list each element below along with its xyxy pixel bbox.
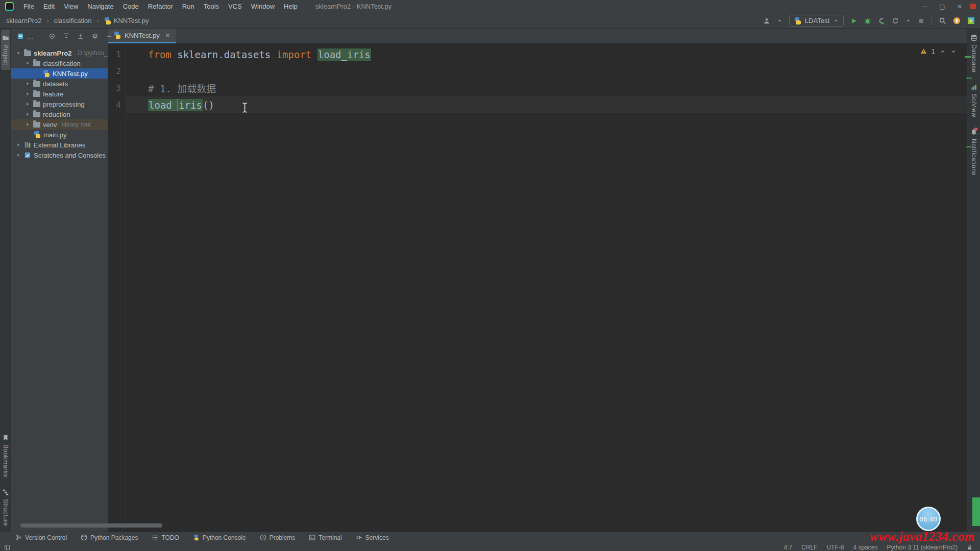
- profiler-button[interactable]: [892, 17, 899, 24]
- maximize-button[interactable]: ▢: [934, 0, 951, 13]
- tree-item-venv[interactable]: venvlibrary root: [11, 119, 108, 130]
- chevron-down-icon[interactable]: [24, 60, 31, 66]
- tool-window-button-python-packages[interactable]: Python Packages: [81, 534, 138, 541]
- tool-window-button-version-control[interactable]: Version Control: [15, 534, 67, 541]
- search-everywhere-icon[interactable]: [939, 17, 946, 24]
- select-opened-file-icon[interactable]: [48, 33, 56, 40]
- run-with-coverage-button[interactable]: [878, 17, 885, 24]
- menu-edit[interactable]: Edit: [39, 0, 59, 13]
- menu-help[interactable]: Help: [279, 0, 302, 13]
- menu-tools[interactable]: Tools: [199, 0, 224, 13]
- run-configuration-select[interactable]: LDATest: [789, 15, 844, 27]
- hide-panel-icon[interactable]: [106, 33, 113, 40]
- vcs-user-icon[interactable]: [763, 17, 770, 24]
- chevron-right-icon[interactable]: [24, 101, 31, 107]
- tree-item-external-libraries[interactable]: External Libraries: [11, 140, 108, 150]
- line-number[interactable]: 1: [108, 46, 126, 63]
- tree-item-scratches-and-consoles[interactable]: Scratches and Consoles: [11, 150, 108, 160]
- code-text[interactable]: # 1. 加载数据: [126, 80, 967, 96]
- code-text[interactable]: from sklearn.datasets import load_iris: [126, 46, 967, 63]
- terminal-icon: [309, 534, 315, 541]
- tree-item-feature[interactable]: feature: [11, 89, 108, 99]
- chevron-right-icon[interactable]: [24, 91, 31, 97]
- menu-file[interactable]: File: [19, 0, 39, 13]
- menu-refactor[interactable]: Refactor: [143, 0, 178, 13]
- code-text[interactable]: load_iris(): [126, 96, 967, 113]
- menu-code[interactable]: Code: [118, 0, 143, 13]
- tree-item-reduction[interactable]: reduction: [11, 109, 108, 119]
- chevron-down-icon[interactable]: [15, 50, 21, 56]
- close-tab-icon[interactable]: ✕: [165, 32, 170, 39]
- close-button[interactable]: ✕: [951, 0, 968, 13]
- editor-tab-bar: KNNTest.py ✕: [108, 29, 967, 44]
- chevron-right-icon[interactable]: [24, 81, 31, 87]
- breadcrumb-item-sklearnpro2[interactable]: sklearnPro2: [6, 17, 41, 24]
- chevron-right-icon[interactable]: [15, 142, 21, 148]
- gear-icon[interactable]: [91, 33, 99, 40]
- breadcrumb-item-knntest-py[interactable]: KNNTest.py: [104, 17, 149, 24]
- tree-item-main-py[interactable]: main.py: [11, 130, 108, 140]
- tree-item-knntest-py[interactable]: KNNTest.py: [11, 68, 108, 79]
- tool-window-button-services[interactable]: Services: [356, 534, 389, 541]
- tree-item-classification[interactable]: classification: [11, 58, 108, 68]
- status-encoding[interactable]: UTF-8: [826, 544, 844, 551]
- layout-widget-icon[interactable]: [4, 544, 10, 550]
- expand-all-icon[interactable]: [63, 33, 70, 40]
- update-available-icon[interactable]: [953, 17, 961, 24]
- status-line-separator[interactable]: CRLF: [801, 544, 817, 551]
- next-problem-icon[interactable]: [950, 48, 957, 55]
- code-line-4[interactable]: 4load_iris(): [108, 96, 967, 113]
- run-button[interactable]: [850, 17, 857, 24]
- chevron-right-icon[interactable]: [24, 111, 31, 117]
- code-line-1[interactable]: 1from sklearn.datasets import load_iris: [108, 46, 967, 63]
- previous-problem-icon[interactable]: [940, 48, 946, 55]
- project-horizontal-scrollbar[interactable]: [20, 523, 162, 528]
- debug-button[interactable]: [864, 17, 871, 24]
- chevron-down-icon[interactable]: [777, 18, 782, 23]
- tool-window-button-problems[interactable]: Problems: [260, 534, 296, 541]
- python-icon: [104, 17, 111, 24]
- collapse-all-icon[interactable]: [77, 33, 84, 40]
- tool-window-tab-bookmarks[interactable]: Bookmarks: [1, 430, 10, 482]
- code-area[interactable]: 1from sklearn.datasets import load_iris2…: [108, 46, 967, 113]
- tool-window-button-python-console[interactable]: Python Console: [193, 534, 246, 541]
- menu-vcs[interactable]: VCS: [224, 0, 247, 13]
- menu-window[interactable]: Window: [247, 0, 279, 13]
- line-number[interactable]: 2: [108, 63, 126, 80]
- tool-window-tab-structure[interactable]: Structure: [1, 484, 10, 531]
- tool-window-button-terminal[interactable]: Terminal: [309, 534, 341, 541]
- chevron-right-icon[interactable]: [15, 152, 21, 158]
- status-interpreter[interactable]: Python 3.11 (sklearnPro2): [887, 544, 958, 551]
- status-caret-position[interactable]: 4:7: [783, 544, 792, 551]
- ide-features-icon[interactable]: [967, 17, 975, 24]
- project-view-icon[interactable]: [17, 33, 24, 40]
- tool-window-tab-project[interactable]: Project: [1, 30, 10, 70]
- line-number[interactable]: 4: [108, 96, 126, 113]
- breadcrumb-item-classification[interactable]: classification: [54, 17, 92, 24]
- code-editor[interactable]: 1from sklearn.datasets import load_iris2…: [108, 44, 967, 532]
- code-line-3[interactable]: 3# 1. 加载数据: [108, 80, 967, 96]
- tool-window-tab-sciview[interactable]: SciView: [969, 79, 978, 122]
- chevron-down-icon[interactable]: [905, 18, 911, 23]
- tree-item-sklearnpro2[interactable]: sklearnPro2D:\python_pro: [11, 48, 108, 58]
- line-number[interactable]: 3: [108, 80, 126, 96]
- chevron-right-icon[interactable]: [24, 121, 31, 128]
- tree-item-datasets[interactable]: datasets: [11, 79, 108, 89]
- main-menu: FileEditViewNavigateCodeRefactorRunTools…: [19, 0, 302, 13]
- tree-item-preprocessing[interactable]: preprocessing: [11, 99, 108, 109]
- tool-window-tab-notifications[interactable]: Notifications: [969, 124, 978, 180]
- code-text[interactable]: [126, 63, 967, 80]
- code-token: from: [148, 49, 172, 60]
- menu-navigate[interactable]: Navigate: [83, 0, 118, 13]
- inspections-widget[interactable]: 1: [920, 47, 957, 55]
- tool-window-tab-database[interactable]: Database: [969, 30, 978, 77]
- readonly-lock-icon[interactable]: [967, 544, 973, 550]
- ellipsis-icon[interactable]: …: [27, 33, 34, 40]
- tool-window-button-todo[interactable]: TODO: [152, 534, 179, 541]
- menu-run[interactable]: Run: [178, 0, 199, 13]
- tab-knntest-py[interactable]: KNNTest.py ✕: [108, 29, 176, 43]
- minimize-button[interactable]: —: [916, 0, 934, 13]
- status-indent[interactable]: 4 spaces: [853, 544, 877, 551]
- menu-view[interactable]: View: [59, 0, 83, 13]
- code-line-2[interactable]: 2: [108, 63, 967, 80]
